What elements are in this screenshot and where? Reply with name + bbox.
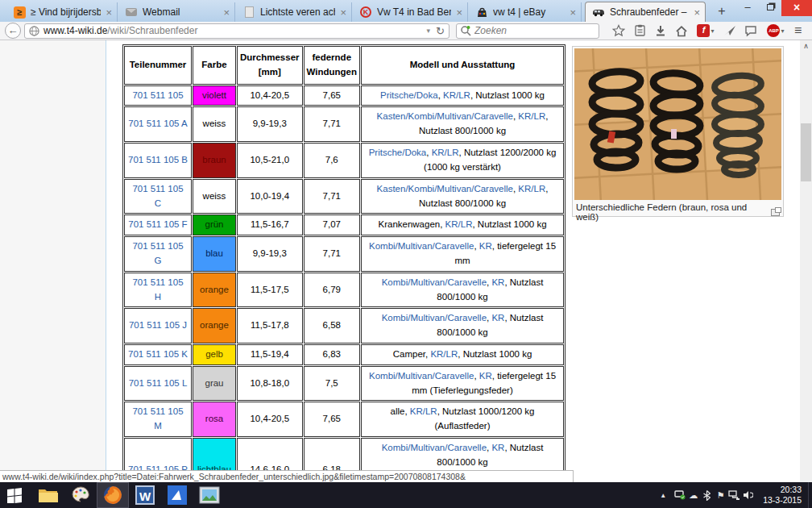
model-link[interactable]: KR	[479, 371, 492, 381]
model-link[interactable]: Pritsche/Doka	[380, 90, 438, 100]
safely-remove-icon[interactable]	[673, 482, 686, 508]
tab-label: Schraubenfeder – T4-...	[610, 6, 689, 18]
taskbar-photos-icon[interactable]	[193, 482, 226, 508]
adblock-plus-icon[interactable]: ABP▾	[762, 23, 789, 39]
start-button[interactable]	[0, 482, 29, 508]
column-header: Modell und Ausstattung	[361, 46, 564, 85]
model-link[interactable]: Kombi/Multivan/Caravelle	[382, 277, 487, 287]
model-link[interactable]: Kasten/Kombi/Multivan/Caravelle	[377, 111, 513, 121]
search-box[interactable]	[456, 23, 599, 39]
url-dropdown-icon[interactable]: ▾	[424, 27, 434, 35]
tab-close-icon[interactable]: ×	[694, 7, 700, 18]
tab-close-icon[interactable]: ×	[223, 7, 230, 18]
model-text: , Nutzlast 1000/1200 kg (Auflastfeder)	[435, 406, 535, 431]
model-link[interactable]: KR	[491, 277, 504, 287]
color-swatch-cell: blau	[193, 236, 236, 272]
hidden-icons-arrow[interactable]: ▲	[660, 492, 666, 499]
part-number-link[interactable]: 701 511 105 B	[128, 155, 188, 164]
model-link[interactable]: KR/LR	[410, 406, 437, 416]
tab-close-icon[interactable]: ×	[570, 7, 576, 18]
bookmarks-panel-icon[interactable]	[630, 23, 649, 39]
model-link[interactable]: Pritsche/Doka	[369, 148, 427, 157]
url-bar[interactable]: www.t4-wiki.de/wiki/Schraubenfeder ▾ ↻	[24, 23, 450, 39]
taskbar-paint-icon[interactable]	[64, 482, 97, 508]
part-number-link[interactable]: 701 511 105 M	[132, 406, 183, 431]
tab-webmail[interactable]: Webmail ×	[118, 2, 235, 22]
bluetooth-icon[interactable]	[700, 482, 714, 508]
bookmark-star-icon[interactable]	[609, 23, 628, 39]
model-link[interactable]: KR/LR	[443, 90, 470, 100]
model-link[interactable]: KR/LR	[518, 111, 545, 121]
part-number-link[interactable]: 701 511 105 J	[129, 320, 187, 330]
diameter-cell: 11,5-17,5	[237, 273, 303, 308]
part-number-link[interactable]: 701 511 105 L	[129, 378, 188, 388]
taskbar-clock[interactable]: 20:33 13-3-2015	[763, 485, 802, 506]
model-link[interactable]: KR/LR	[445, 219, 473, 229]
model-link[interactable]: Kombi/Multivan/Caravelle	[369, 241, 474, 251]
taskbar-explorer-icon[interactable]	[32, 482, 64, 508]
part-number-cell: 701 511 105 F	[124, 214, 192, 235]
table-row: 701 511 105 Jorange11,5-17,86,58Kombi/Mu…	[124, 308, 564, 344]
minimize-button[interactable]: –	[736, 0, 759, 16]
volume-icon[interactable]	[741, 482, 755, 508]
model-link[interactable]: KR/LR	[430, 349, 458, 359]
tab-marktplaats[interactable]: ≥ ≥ Vind bijrijdersbank t4... ×	[6, 2, 118, 22]
scrollbar-thumb[interactable]	[801, 123, 811, 181]
part-number-link[interactable]: 701 511 105	[132, 90, 183, 100]
model-cell: Camper, KR/LR, Nutzlast 1000 kg	[361, 344, 564, 365]
tab-lichtste-veren[interactable]: Lichtste veren achter - www... ×	[236, 2, 352, 22]
springs-photo[interactable]	[574, 48, 781, 200]
model-link[interactable]: Kombi/Multivan/Caravelle	[382, 313, 487, 323]
show-desktop-button[interactable]	[808, 482, 812, 508]
onedrive-cloud-icon[interactable]: ☁	[686, 482, 700, 508]
part-number-link[interactable]: 701 511 105 H	[132, 277, 183, 302]
tab-bad-bentheim[interactable]: K Vw T4 in Bad Bentheim... ×	[353, 2, 468, 22]
scroll-up-arrow-icon[interactable]: ∧	[800, 40, 812, 52]
tab-ebay[interactable]: vw t4 | eBay ×	[469, 2, 582, 22]
windings-cell: 7,65	[304, 402, 361, 437]
action-center-flag-icon[interactable]: ⚑	[714, 482, 727, 508]
taskbar-scanner-icon[interactable]	[161, 482, 193, 508]
page-content: TeilenummerFarbeDurchmesser [mm]federnde…	[0, 40, 812, 482]
taskbar-firefox-icon[interactable]	[97, 482, 129, 508]
diameter-cell: 10,4-20,5	[237, 402, 303, 437]
spring-table: TeilenummerFarbeDurchmesser [mm]federnde…	[122, 44, 566, 482]
vertical-scrollbar[interactable]: ∧	[800, 40, 812, 482]
part-number-link[interactable]: 701 511 105 G	[132, 241, 183, 265]
taskbar-word-icon[interactable]: W	[129, 482, 161, 508]
back-button[interactable]: ←	[5, 23, 21, 39]
model-link[interactable]: KR	[491, 313, 504, 323]
downloads-icon[interactable]	[651, 23, 670, 39]
close-button[interactable]: ×	[781, 0, 812, 16]
network-icon[interactable]	[727, 482, 741, 508]
tab-close-icon[interactable]: ×	[340, 7, 346, 18]
part-number-link[interactable]: 701 511 105 A	[128, 119, 187, 128]
model-link[interactable]: KR/LR	[432, 148, 459, 157]
search-input[interactable]	[474, 25, 571, 36]
model-link[interactable]: Kombi/Multivan/Caravelle	[369, 371, 474, 381]
home-icon[interactable]	[672, 23, 691, 39]
tab-close-icon[interactable]: ×	[106, 7, 112, 18]
reload-icon[interactable]: ↻	[433, 25, 447, 37]
part-number-link[interactable]: 701 511 105 K	[128, 349, 188, 359]
enlarge-icon[interactable]	[771, 209, 780, 216]
flash-plugin-icon[interactable]: f▾	[693, 23, 719, 39]
part-number-link[interactable]: 701 511 105 C	[132, 184, 183, 208]
part-number-link[interactable]: 701 511 105 F	[128, 219, 187, 229]
model-link[interactable]: Kombi/Multivan/Caravelle	[382, 443, 487, 452]
send-tab-icon[interactable]	[720, 23, 740, 39]
tab-schraubenfeder-active[interactable]: Schraubenfeder – T4-... ×	[585, 2, 706, 22]
header-row: TeilenummerFarbeDurchmesser [mm]federnde…	[124, 46, 564, 85]
chat-bubble-icon[interactable]	[741, 23, 760, 39]
tab-close-icon[interactable]: ×	[456, 7, 462, 18]
new-tab-button[interactable]: +	[712, 4, 731, 19]
windings-cell: 7,6	[304, 143, 361, 178]
model-link[interactable]: KR	[491, 443, 504, 452]
menu-hamburger-icon[interactable]: ≡	[794, 23, 802, 38]
table-row: 701 511 105 Mrosa10,4-20,57,65alle, KR/L…	[124, 402, 564, 437]
model-cell: Kombi/Multivan/Caravelle, KR, Nutzlast 8…	[361, 273, 564, 308]
model-link[interactable]: Kasten/Kombi/Multivan/Caravelle	[377, 184, 513, 194]
model-link[interactable]: KR/LR	[518, 184, 545, 194]
restore-button[interactable]	[759, 0, 781, 16]
model-link[interactable]: KR	[479, 241, 492, 251]
